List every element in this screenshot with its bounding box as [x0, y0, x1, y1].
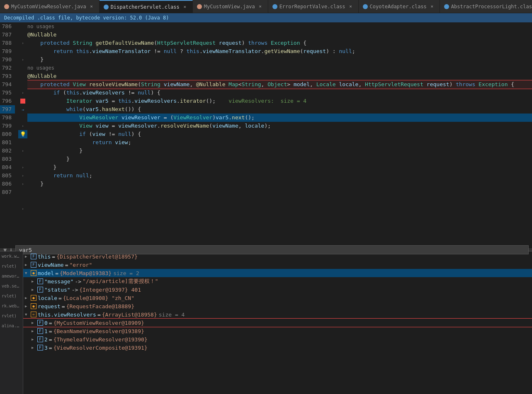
tab-close-5[interactable]: × — [429, 3, 435, 10]
var-expand-7[interactable]: ▼ — [25, 312, 31, 317]
var-type-icon-10: F — [37, 336, 43, 342]
code-column[interactable]: no usages@Nullable protected String getD… — [27, 22, 532, 249]
tab-label: DispatcherServlet.class — [111, 4, 180, 10]
variables-tree[interactable]: ▶ F this = {DispatcherServlet@18957} ▶ F… — [23, 251, 532, 394]
gutter-cell-21 — [18, 196, 27, 205]
var-row-3[interactable]: ▶ F "message" -> "/api/article]需要授权！" — [23, 277, 532, 285]
tab-abstractProcessorLight[interactable]: AbstractProcessorLight.class × — [440, 0, 532, 13]
tab-icon-java — [4, 4, 9, 9]
var-expand-10[interactable]: ▶ — [32, 337, 37, 341]
tab-label: MyCustomView.java — [204, 4, 255, 10]
var-row-1[interactable]: ▶ F viewName = "error" — [23, 261, 532, 269]
gutter-cell-8: › — [18, 89, 27, 97]
gutter-cell-14 — [18, 138, 27, 147]
var-type-icon-7: ∞ — [31, 312, 36, 317]
var-row-9[interactable]: ▶ F 1 = {BeanNameViewResolver@19389} — [23, 327, 532, 335]
var-expand-4[interactable]: ▶ — [32, 288, 37, 292]
code-line-19: } — [27, 163, 532, 172]
var-row-10[interactable]: ▶ F 2 = {ThymeleafViewResolver@19390} — [23, 335, 532, 343]
fold-icon[interactable]: › — [22, 124, 24, 128]
var-type-icon-0: F — [31, 254, 36, 259]
tab-icon-java2 — [197, 4, 202, 9]
gutter-cell-6 — [18, 72, 27, 80]
tab-errorReportValve[interactable]: ErrorReportValve.class × — [268, 0, 359, 13]
gutter-cell-5 — [18, 64, 27, 72]
tab-myCustomView[interactable]: MyCustomView.java × — [193, 0, 268, 13]
line-numbers: 7867877887897907927937947957967977987998… — [0, 22, 18, 249]
var-row-11[interactable]: ▶ F 3 = {ViewResolverComposite@19391} — [23, 343, 532, 352]
breakpoint-dot[interactable] — [20, 99, 25, 104]
tab-close-3[interactable]: × — [257, 3, 264, 10]
var-expand-11[interactable]: ▶ — [32, 346, 37, 350]
var-val-10: {ThymeleafViewResolver@19390} — [53, 336, 148, 343]
bulb-icon: 💡 — [20, 131, 26, 137]
fold-icon[interactable]: › — [22, 41, 24, 45]
var-expand-8[interactable]: ▶ — [32, 321, 37, 325]
gutter-cell-3 — [18, 47, 27, 56]
var-name-11: 3 — [44, 345, 48, 351]
scope-item-3: veb.serv. — [0, 281, 23, 291]
var-val-0: {DispatcherServlet@18957} — [56, 254, 138, 260]
fold-icon[interactable]: › — [22, 58, 24, 62]
var-row-7[interactable]: ▼ ∞ this.viewResolvers = {ArrayList@1895… — [23, 310, 532, 319]
tab-close-1[interactable]: × — [88, 3, 95, 10]
var-expand-6[interactable]: ▶ — [25, 304, 31, 308]
var-name-5: locale — [38, 295, 57, 301]
tab-coyoteAdapter[interactable]: CoyoteAdapter.class × — [359, 0, 440, 13]
fold-icon[interactable]: › — [22, 91, 24, 95]
svg-point-0 — [20, 99, 25, 104]
var-type-icon-5: ● — [31, 295, 36, 301]
var-row-0[interactable]: ▶ F this = {DispatcherServlet@18957} — [23, 252, 532, 261]
tab-close-2[interactable]: × — [182, 4, 188, 10]
var-name-6: request — [38, 303, 61, 309]
fold-icon[interactable]: › — [22, 174, 24, 178]
var-val-5: {Locale@18908} "zh_CN" — [63, 295, 134, 301]
var-val-9: {BeanNameViewResolver@19389} — [53, 328, 144, 334]
gutter-cell-9 — [18, 97, 27, 105]
var-expand-9[interactable]: ▶ — [32, 329, 37, 333]
var-eq-10: = — [49, 336, 52, 343]
tab-label: MyCustomViewResolver.java — [11, 4, 86, 10]
fold-icon[interactable]: › — [22, 182, 24, 186]
var-expand-5[interactable]: ▶ — [25, 296, 31, 300]
tab-icon-class2 — [272, 4, 277, 9]
var-row-8[interactable]: ▶ F 0 = {MyCustomViewResolver@18909} — [23, 319, 532, 327]
code-line-9: if (this.viewResolvers != null) { — [27, 89, 532, 97]
var-expand-0[interactable]: ▶ — [25, 254, 31, 259]
fold-icon[interactable]: › — [22, 207, 24, 211]
tab-icon-class4 — [444, 4, 449, 9]
var-expand-2[interactable]: ▼ — [25, 271, 31, 275]
var-type-icon-11: F — [37, 345, 43, 350]
fold-icon[interactable]: › — [22, 165, 24, 169]
tab-close-4[interactable]: × — [347, 3, 354, 10]
var-eq-0: = — [52, 254, 55, 260]
gutter-cell-18: › — [18, 172, 27, 180]
tab-dispatcherServlet[interactable]: DispatcherServlet.class × — [100, 0, 193, 13]
tab-myCustomViewResolver[interactable]: MyCustomViewResolver.java × — [0, 0, 100, 13]
var-row-6[interactable]: ▶ ● request = {RequestFacade@18889} — [23, 302, 532, 310]
var-val-2: {ModelMap@19383} — [60, 270, 112, 276]
fold-icon[interactable]: › — [22, 149, 24, 153]
gutter-cell-19: › — [18, 180, 27, 188]
var-type-icon-2: ● — [31, 270, 36, 276]
var-row-4[interactable]: ▶ F "status" -> {Integer@19397} 401 — [23, 285, 532, 294]
gutter-cell-1 — [18, 31, 27, 39]
code-line-16: return view; — [27, 138, 532, 147]
code-line-1: @Nullable — [27, 31, 532, 39]
var-expand-1[interactable]: ▶ — [25, 263, 31, 267]
code-line-7: @Nullable — [27, 72, 532, 80]
gutter-cell-10: → — [18, 105, 27, 114]
var-name-10: 2 — [44, 336, 48, 343]
var-eq-9: = — [49, 328, 52, 334]
gutter-cell-20 — [18, 188, 27, 196]
scope-item-4: rvlet) — [0, 291, 23, 301]
tab-label: CoyoteAdapter.class — [370, 4, 427, 10]
var-eq-6: = — [62, 303, 65, 309]
code-line-15: if (view != null) { — [27, 130, 532, 138]
var-row-2[interactable]: ▼ ● model = {ModelMap@19383}size = 2 — [23, 269, 532, 277]
var-name-3: "message" — [44, 278, 73, 285]
var-eq-8: = — [49, 320, 52, 326]
var-expand-3[interactable]: ▶ — [32, 279, 37, 283]
panel-divider[interactable]: ▼ ⬇ — [0, 249, 532, 251]
var-row-5[interactable]: ▶ ● locale = {Locale@18908} "zh_CN" — [23, 294, 532, 302]
